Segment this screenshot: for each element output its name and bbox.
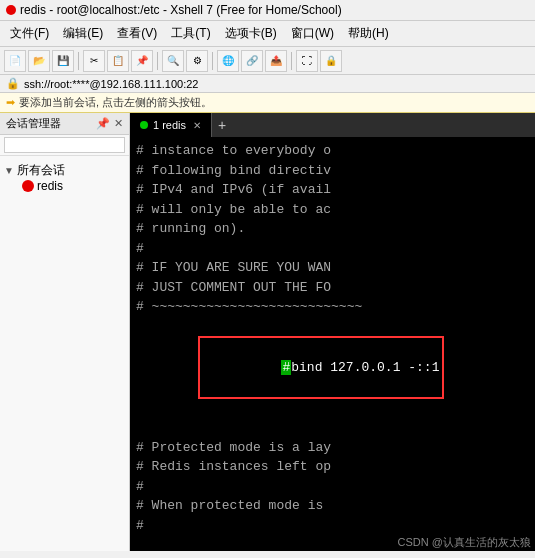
toolbar-search[interactable]: 🔍 bbox=[162, 50, 184, 72]
tree-redis-label: redis bbox=[37, 179, 63, 193]
tab-close-icon[interactable]: ✕ bbox=[193, 120, 201, 131]
terminal-section: 1 redis ✕ + # instance to everybody o # … bbox=[130, 113, 535, 551]
toolbar-new[interactable]: 📄 bbox=[4, 50, 26, 72]
ssh-bar: 🔒 ssh://root:****@192.168.111.100:22 bbox=[0, 75, 535, 93]
tree-root-label: 所有会话 bbox=[17, 162, 65, 179]
sidebar-search-input[interactable] bbox=[4, 137, 125, 153]
sidebar-tree: ▼ 所有会话 redis bbox=[0, 156, 129, 199]
toolbar-paste[interactable]: 📌 bbox=[131, 50, 153, 72]
bind-command: bind 127.0.0.1 -::1 bbox=[291, 360, 439, 375]
term-line-6: # IF YOU ARE SURE YOU WAN bbox=[136, 258, 529, 278]
menu-file[interactable]: 文件(F) bbox=[4, 23, 55, 44]
tree-redis-item[interactable]: redis bbox=[4, 179, 125, 193]
toolbar-fullscreen[interactable]: ⛶ bbox=[296, 50, 318, 72]
menu-tools[interactable]: 工具(T) bbox=[165, 23, 216, 44]
term-line-3: # will only be able to ac bbox=[136, 200, 529, 220]
tab-status-dot bbox=[140, 121, 148, 129]
lock-icon: 🔒 bbox=[6, 77, 20, 90]
tree-root-expand[interactable]: ▼ 所有会话 bbox=[4, 162, 125, 179]
term-line-8: # ~~~~~~~~~~~~~~~~~~~~~~~~~~~ bbox=[136, 297, 529, 317]
sidebar: 会话管理器 📌 ✕ ▼ 所有会话 redis bbox=[0, 113, 130, 551]
tab-label: 1 redis bbox=[153, 119, 186, 131]
terminal-content[interactable]: # instance to everybody o # following bi… bbox=[130, 137, 535, 534]
redis-session-icon bbox=[22, 180, 34, 192]
tab-add-button[interactable]: + bbox=[212, 113, 232, 137]
toolbar-sep4 bbox=[291, 52, 292, 70]
term-line-12: # Redis instances left op bbox=[136, 457, 529, 477]
toolbar-save[interactable]: 💾 bbox=[52, 50, 74, 72]
arrow-icon: ➡ bbox=[6, 96, 15, 109]
term-line-empty bbox=[136, 418, 529, 438]
toolbar-open[interactable]: 📂 bbox=[28, 50, 50, 72]
tree-root-item: ▼ 所有会话 redis bbox=[4, 160, 125, 195]
term-line-13: # bbox=[136, 477, 529, 497]
toolbar-settings[interactable]: ⚙ bbox=[186, 50, 208, 72]
sidebar-close-icon[interactable]: ✕ bbox=[114, 117, 123, 130]
hash-highlight: # bbox=[281, 360, 291, 375]
term-line-2: # IPv4 and IPv6 (if avail bbox=[136, 180, 529, 200]
ssh-address: ssh://root:****@192.168.111.100:22 bbox=[24, 78, 198, 90]
term-line-11: # Protected mode is a lay bbox=[136, 438, 529, 458]
term-line-4: # running on). bbox=[136, 219, 529, 239]
sidebar-header-icons: 📌 ✕ bbox=[96, 117, 123, 130]
sidebar-header: 会话管理器 📌 ✕ bbox=[0, 113, 129, 135]
toolbar-connect[interactable]: 🌐 bbox=[217, 50, 239, 72]
toolbar-sep2 bbox=[157, 52, 158, 70]
term-line-0: # instance to everybody o bbox=[136, 141, 529, 161]
term-line-1: # following bind directiv bbox=[136, 161, 529, 181]
main-layout: 会话管理器 📌 ✕ ▼ 所有会话 redis bbox=[0, 113, 535, 551]
tab-bar: 1 redis ✕ + bbox=[130, 113, 535, 137]
expand-icon: ▼ bbox=[4, 165, 14, 176]
toolbar-copy[interactable]: 📋 bbox=[107, 50, 129, 72]
title-bar: redis - root@localhost:/etc - Xshell 7 (… bbox=[0, 0, 535, 21]
notif-bar: ➡ 要添加当前会话, 点击左侧的箭头按钮。 bbox=[0, 93, 535, 113]
title-text: redis - root@localhost:/etc - Xshell 7 (… bbox=[20, 3, 342, 17]
menu-bar: 文件(F) 编辑(E) 查看(V) 工具(T) 选项卡(B) 窗口(W) 帮助(… bbox=[0, 21, 535, 47]
tab-redis[interactable]: 1 redis ✕ bbox=[130, 113, 212, 137]
toolbar-transfer[interactable]: 📤 bbox=[265, 50, 287, 72]
menu-view[interactable]: 查看(V) bbox=[111, 23, 163, 44]
toolbar-cut[interactable]: ✂ bbox=[83, 50, 105, 72]
sidebar-search bbox=[0, 135, 129, 156]
toolbar-sep3 bbox=[212, 52, 213, 70]
redis-icon bbox=[6, 5, 16, 15]
menu-tabs[interactable]: 选项卡(B) bbox=[219, 23, 283, 44]
watermark: CSDN @认真生活的灰太狼 bbox=[130, 534, 535, 551]
menu-edit[interactable]: 编辑(E) bbox=[57, 23, 109, 44]
toolbar: 📄 📂 💾 ✂ 📋 📌 🔍 ⚙ 🌐 🔗 📤 ⛶ 🔒 bbox=[0, 47, 535, 75]
menu-window[interactable]: 窗口(W) bbox=[285, 23, 340, 44]
notif-text: 要添加当前会话, 点击左侧的箭头按钮。 bbox=[19, 95, 212, 110]
toolbar-disconnect[interactable]: 🔗 bbox=[241, 50, 263, 72]
term-line-7: # JUST COMMENT OUT THE FO bbox=[136, 278, 529, 298]
menu-help[interactable]: 帮助(H) bbox=[342, 23, 395, 44]
sidebar-title: 会话管理器 bbox=[6, 116, 61, 131]
term-line-15: # bbox=[136, 516, 529, 535]
sidebar-pin-icon[interactable]: 📌 bbox=[96, 117, 110, 130]
toolbar-sep1 bbox=[78, 52, 79, 70]
term-line-14: # When protected mode is bbox=[136, 496, 529, 516]
toolbar-lock[interactable]: 🔒 bbox=[320, 50, 342, 72]
term-line-highlighted: #bind 127.0.0.1 -::1 bbox=[136, 317, 529, 419]
term-line-5: # bbox=[136, 239, 529, 259]
